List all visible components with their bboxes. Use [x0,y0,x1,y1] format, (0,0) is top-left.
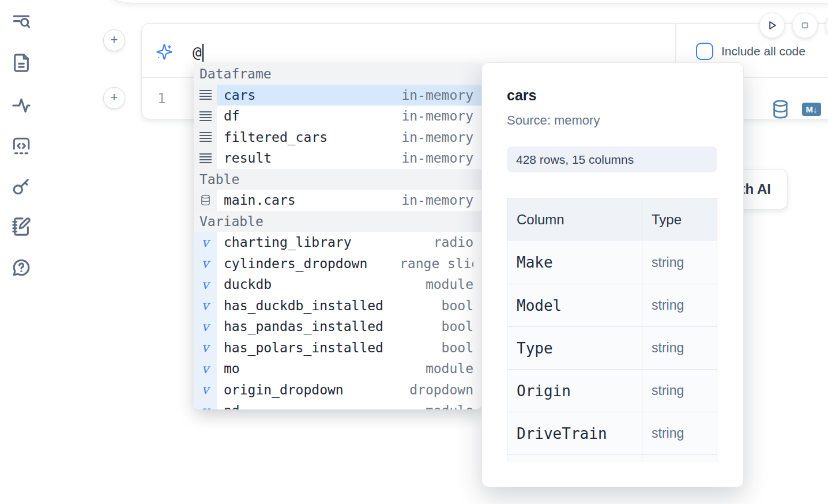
sidebar [0,0,42,504]
completion-detail: module [426,361,473,376]
play-icon [765,18,780,33]
sparkles-icon [156,43,173,61]
autocomplete-dropdown: Dataframecarsin-memorydfin-memoryfiltere… [194,63,481,409]
dataframe-rows-icon [194,85,217,106]
completion-name: mo [224,361,240,376]
preview-source: Source: memory [507,113,717,128]
type-header: Type [642,198,717,241]
table-database-icon [194,190,217,211]
variable-v-icon: v [194,400,217,409]
dataframe-rows-icon [194,148,217,169]
column-type-cell: string [642,412,717,454]
markdown-button[interactable]: M↓ [802,103,821,116]
add-cell-above-button[interactable]: + [103,29,125,51]
autocomplete-item[interactable]: carsin-memory [194,85,481,106]
schema-table-row: Modelstring [507,284,717,326]
database-icon [772,100,789,119]
autocomplete-item[interactable]: resultin-memory [194,148,481,169]
include-all-code-checkbox[interactable] [696,43,713,60]
column-name-cell: Type [507,327,642,369]
variable-v-icon: v [194,316,217,337]
completion-name: df [224,108,240,123]
previous-cell-edge [110,0,828,3]
autocomplete-section-header: Variable [194,211,481,232]
column-name-cell [507,455,642,461]
autocomplete-item[interactable]: vhas_pandas_installedbool [194,316,481,337]
completion-name: charting_library [224,235,352,250]
autocomplete-section-header: Dataframe [194,63,481,85]
completion-detail: module [426,403,473,409]
include-all-code-label: Include all code [721,44,806,58]
stop-icon [797,18,812,33]
activity-icon[interactable] [11,95,32,116]
schema-table-row: Originstring [507,369,717,412]
dataframe-rows-icon [194,127,217,148]
variable-v-icon: v [194,232,217,253]
code-snippet-icon[interactable] [11,136,32,156]
column-name-cell: Origin [507,370,642,412]
completion-name: result [224,151,272,166]
autocomplete-item[interactable]: vhas_duckdb_installedbool [194,295,481,317]
completion-name: has_pandas_installed [224,319,383,334]
completion-detail: bool [442,319,473,334]
column-type-cell: string [642,327,717,369]
completion-detail: in-memory [401,130,473,145]
autocomplete-item[interactable]: vduckdbmodule [194,274,481,295]
completion-name: has_duckdb_installed [224,298,383,313]
help-icon[interactable] [11,257,32,278]
autocomplete-section-header: Table [194,169,481,190]
datasource-button[interactable] [772,100,789,121]
autocomplete-item[interactable]: vcharting_libraryradio [194,232,481,253]
completion-detail: dropdown [409,382,473,397]
autocomplete-list: Dataframecarsin-memorydfin-memoryfiltere… [194,63,481,409]
schema-table-row: DriveTrainstring [507,412,717,454]
document-icon[interactable] [11,52,32,73]
variable-v-icon: v [194,295,217,317]
autocomplete-item[interactable]: dfin-memory [194,106,481,127]
completion-name: duckdb [224,277,272,292]
completion-detail: radio [434,235,473,250]
line-number: 1 [157,78,165,119]
scratchpad-icon[interactable] [11,216,32,237]
column-type-cell [642,455,717,461]
column-header: Column [507,198,642,241]
completion-detail: bool [442,298,473,313]
stop-cell-button[interactable] [792,13,818,38]
autocomplete-item[interactable]: vpdmodule [194,400,481,409]
completion-detail: in-memory [401,108,473,123]
variable-v-icon: v [194,253,217,274]
column-type-cell: string [642,241,717,284]
schema-table-body: MakestringModelstringTypestringOriginstr… [507,241,717,461]
variable-v-icon: v [194,337,217,359]
autocomplete-item[interactable]: vcylinders_dropdownrange_slider [194,253,481,274]
autocomplete-item[interactable]: main.carsin-memory [194,190,481,211]
run-cell-button[interactable] [759,13,785,38]
key-icon[interactable] [11,176,32,197]
column-name-cell: DriveTrain [507,412,642,454]
variable-v-icon: v [194,358,217,379]
autocomplete-item[interactable]: vhas_polars_installedbool [194,337,481,359]
column-name-cell: Model [507,284,642,326]
shape-badge: 428 rows, 15 columns [507,146,717,172]
completion-detail: module [426,277,473,292]
completion-name: filtered_cars [224,130,328,145]
preview-title: cars [507,87,717,104]
completion-detail: range_slider [400,256,473,271]
variable-v-icon: v [194,274,217,295]
completion-name: pd [224,403,240,409]
completion-name: origin_dropdown [224,382,344,397]
completion-name: cylinders_dropdown [224,256,367,271]
markdown-icon: M↓ [802,103,821,116]
text-cursor [202,44,204,62]
autocomplete-item[interactable]: vmomodule [194,358,481,379]
completion-detail: in-memory [401,151,473,166]
dataframe-rows-icon [194,106,217,127]
add-cell-below-button[interactable]: + [103,87,125,109]
column-name-cell: Make [507,241,642,284]
dataframe-preview-panel: cars Source: memory 428 rows, 15 columns… [481,62,744,487]
list-search-icon[interactable] [11,12,32,32]
completion-name: has_polars_installed [224,340,383,355]
autocomplete-item[interactable]: vorigin_dropdowndropdown [194,379,481,401]
ai-prompt-input[interactable]: @ [193,43,204,62]
autocomplete-item[interactable]: filtered_carsin-memory [194,127,481,148]
